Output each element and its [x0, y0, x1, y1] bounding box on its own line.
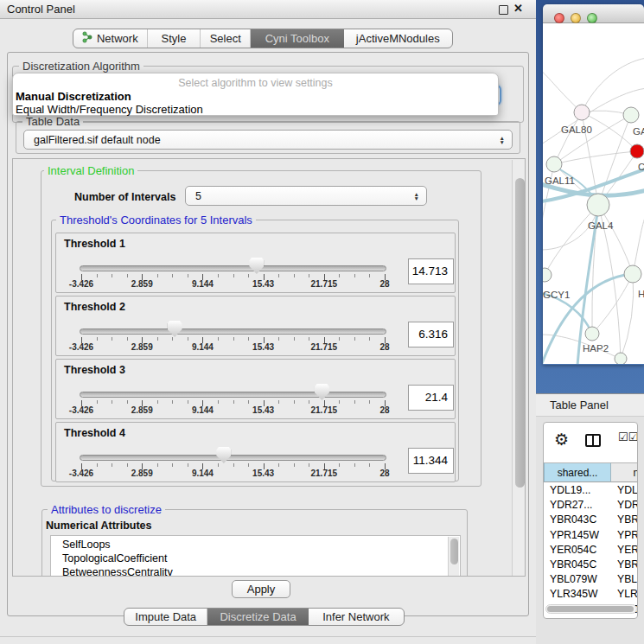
network-icon: [82, 31, 92, 46]
bottom-tab-bar: Impute DataDiscretize DataInfer Network: [124, 608, 405, 626]
list-scrollbar-track[interactable]: [448, 537, 459, 577]
tab-cyni-toolbox[interactable]: Cyni Toolbox: [251, 29, 344, 48]
tab-select[interactable]: Select: [201, 29, 251, 48]
bottom-tab-infer-network[interactable]: Infer Network: [309, 609, 404, 625]
gear-icon[interactable]: ⚙: [554, 431, 569, 448]
dropdown-option-manual-discretization[interactable]: Manual Discretization: [16, 90, 131, 103]
bottom-tab-impute-data[interactable]: Impute Data: [124, 609, 207, 625]
threshold-label: Threshold 2: [64, 301, 125, 313]
slider-track[interactable]: [80, 455, 386, 461]
pane-scrollbar-thumb[interactable]: [515, 178, 525, 488]
slider-tick: [278, 463, 279, 467]
cell-name: YBL079W: [611, 571, 638, 587]
checkboxes-icon[interactable]: ☑☑: [618, 430, 638, 443]
network-window-titlebar[interactable]: [543, 4, 644, 23]
slider-thumb[interactable]: [315, 384, 329, 400]
tab-network[interactable]: Network: [73, 29, 148, 48]
network-node-c[interactable]: [630, 144, 644, 158]
table-panel-title: Table Panel: [550, 399, 609, 411]
threshold-panel-4: Threshold 4-3.4262.8599.14415.4321.71528…: [55, 422, 456, 482]
tab-label: jActiveMNodules: [356, 32, 440, 45]
list-scrollbar-thumb[interactable]: [450, 539, 458, 564]
float-window-icon[interactable]: [499, 5, 508, 15]
bottom-tab-label: Discretize Data: [220, 610, 296, 623]
table-data-combo[interactable]: galFiltered.sif default node ▲▼: [23, 130, 513, 150]
slider-tick: [354, 463, 355, 467]
slider-tick: [278, 274, 279, 277]
table-row[interactable]: YDR27...YDR27...: [544, 497, 638, 513]
close-traffic-light-icon[interactable]: [554, 13, 564, 23]
threshold-value-field[interactable]: 21.4: [408, 385, 454, 411]
table-row[interactable]: YDL19...YDL19...: [544, 482, 638, 498]
slider-thumb[interactable]: [216, 447, 231, 463]
minimize-traffic-light-icon[interactable]: [571, 13, 581, 23]
slider-tick: [127, 337, 128, 341]
slider-tick: [278, 400, 279, 404]
pane-scrollbar-track[interactable]: [512, 160, 526, 577]
thresholds-coordinates-label: Threshold's Coordinates for 5 Intervals: [56, 214, 256, 226]
bottom-tab-discretize-data[interactable]: Discretize Data: [207, 609, 308, 625]
number-of-intervals-label: Number of Intervals: [74, 191, 175, 203]
slider-tick: [112, 337, 112, 341]
network-node-gcy1[interactable]: [543, 268, 552, 282]
cell-shared-name: YBL079W: [544, 571, 611, 587]
table-row[interactable]: YBR043CYBR043C: [544, 512, 638, 527]
slider-tick: [294, 463, 295, 467]
table-hscrollbar-track[interactable]: [545, 604, 637, 614]
network-canvas[interactable]: GAL80GACGAL11GAL4GCY1HHAP2: [543, 23, 644, 364]
table-row[interactable]: YBL079WYBL079W: [544, 571, 638, 587]
slider-tick: [248, 400, 249, 404]
network-node-gal4[interactable]: [587, 194, 609, 216]
cell-name: YLR345W: [611, 586, 638, 602]
slider-tick: [188, 337, 188, 341]
node-label: H: [638, 289, 644, 299]
network-node-gal80[interactable]: [574, 105, 590, 120]
slider-tick-label: 9.144: [192, 279, 214, 289]
slider-tick: [309, 463, 309, 467]
column-header-shared-name[interactable]: shared...: [544, 462, 611, 482]
tab-label: Cyni Toolbox: [265, 32, 329, 45]
slider-track[interactable]: [80, 265, 386, 271]
slider-thumb[interactable]: [168, 321, 182, 337]
attribute-item-selfloops[interactable]: SelfLoops: [62, 539, 111, 551]
network-node-h[interactable]: [624, 265, 641, 283]
columns-icon[interactable]: [585, 434, 601, 447]
number-of-intervals-combo[interactable]: 5 ▲▼: [185, 186, 427, 206]
slider-track[interactable]: [80, 328, 386, 335]
table-row[interactable]: YER054CYER054C: [544, 542, 638, 558]
slider-tick-label: 15.43: [252, 469, 274, 478]
threshold-value-field[interactable]: 11.344: [408, 448, 454, 474]
slider-thumb[interactable]: [249, 258, 264, 274]
tab-jactivemnodules[interactable]: jActiveMNodules: [344, 29, 452, 48]
slider-tick-label: 15.43: [252, 279, 274, 289]
control-panel-titlebar: Control Panel ✕: [0, 0, 536, 19]
slider-tick: [112, 274, 112, 277]
slider-tick: [97, 337, 98, 341]
network-node-ga[interactable]: [623, 107, 639, 123]
dropdown-option-equal-width-frequency-discretization[interactable]: Equal Width/Frequency Discretization: [16, 103, 203, 116]
slider-tick-label: -3.426: [69, 405, 93, 415]
zoom-traffic-light-icon[interactable]: [587, 13, 597, 23]
table-row[interactable]: YLR345WYLR345W: [544, 586, 638, 602]
network-node-gal11[interactable]: [546, 156, 562, 172]
slider-tick: [294, 400, 295, 404]
close-icon[interactable]: ✕: [513, 2, 523, 15]
table-hscrollbar-thumb[interactable]: [547, 606, 634, 612]
slider-track[interactable]: [80, 392, 386, 398]
apply-button[interactable]: Apply: [232, 580, 290, 598]
top-tab-bar: NetworkStyleSelectCyni ToolboxjActiveMNo…: [73, 29, 453, 48]
slider-tick: [339, 274, 340, 277]
cell-shared-name: YLR345W: [544, 586, 611, 602]
column-header-name[interactable]: name: [611, 462, 638, 482]
slider-tick: [172, 274, 173, 277]
table-row[interactable]: YBR045CYBR045C: [544, 557, 638, 572]
numerical-attributes-list[interactable]: SelfLoopsTopologicalCoefficientBetweenne…: [50, 535, 461, 577]
attribute-item-betweennesscentrality[interactable]: BetweennessCentrality: [62, 566, 173, 577]
attribute-item-topologicalcoefficient[interactable]: TopologicalCoefficient: [62, 552, 167, 564]
table-row[interactable]: YPR145WYPR145W: [544, 527, 638, 543]
tab-style[interactable]: Style: [148, 29, 201, 48]
threshold-value-field[interactable]: 14.713: [408, 258, 454, 284]
network-node[interactable]: [615, 353, 627, 364]
network-node-hap2[interactable]: [585, 327, 599, 341]
threshold-value-field[interactable]: 6.316: [408, 322, 454, 348]
